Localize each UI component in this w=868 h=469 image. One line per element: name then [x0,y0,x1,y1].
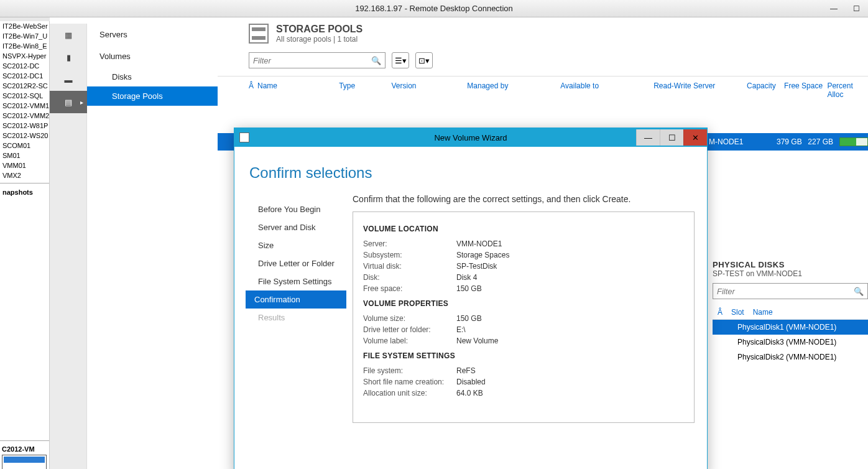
filter-placeholder: Filter [253,56,271,65]
rdp-titlebar: 192.168.1.97 - Remote Desktop Connection… [0,0,868,17]
physical-disks-subtitle: SP-TEST on VMM-NODE1 [713,269,868,278]
vm-list-item[interactable]: SC2012-DC1 [0,71,49,81]
section-volume-location: VOLUME LOCATION [363,225,684,233]
minimize-icon[interactable]: — [824,2,843,15]
maximize-button[interactable]: ☐ [660,129,683,146]
col-free[interactable]: Free Space [784,81,827,99]
step-results: Results [249,309,346,327]
sort-icon[interactable]: Â [249,81,254,99]
close-button[interactable]: ✕ [683,129,707,146]
minimize-button[interactable]: — [636,129,660,146]
chevron-right-icon: ▸ [80,99,83,106]
col-version[interactable]: Version [392,81,468,99]
vm-list-item[interactable]: SCOM01 [0,141,49,151]
nav-volumes[interactable]: Volumes [87,45,218,67]
step-drive-letter[interactable]: Drive Letter or Folder [249,254,346,272]
vm-list-item[interactable]: SC2012-DC [0,61,49,71]
task-thumb-label: C2012-VM [0,443,49,455]
physical-disk-row[interactable]: PhysicalDisk3 (VMM-NODE1) [713,335,868,350]
save-options-dropdown[interactable]: ⊡▾ [415,52,433,68]
vm-list-item[interactable]: SC2012R2-SC [0,81,49,91]
step-before-you-begin[interactable]: Before You Begin [249,200,346,218]
wizard-lead: Confirm that the following are the corre… [353,194,695,204]
col-capacity[interactable]: Capacity [747,81,784,99]
col-slot[interactable]: Slot [731,308,744,317]
section-volume-properties: VOLUME PROPERTIES [363,299,684,308]
col-type[interactable]: Type [339,81,391,99]
vm-list-item[interactable]: IT2Be-Win7_U [0,31,49,41]
vm-list-item[interactable]: SC2012-W81P [0,121,49,131]
vm-list-item[interactable]: IT2Be-Win8_E [0,41,49,51]
cell-cap: 379 GB [777,137,808,146]
new-volume-wizard: New Volume Wizard — ☐ ✕ Confirm selectio… [234,128,708,469]
physical-disk-row[interactable]: PhysicalDisk2 (VMM-NODE1) [713,350,868,365]
wizard-title: New Volume Wizard [434,133,507,142]
confirmation-box: VOLUME LOCATION Server:VMM-NODE1 Subsyst… [353,211,695,423]
vm-list-item[interactable]: SC2012-VMM1 [0,101,49,111]
capacity-bar [839,137,868,146]
icon-strip: ▦ ▮ ▬ ▤▸ [50,24,87,469]
search-icon[interactable]: 🔍 [371,56,381,65]
col-rw[interactable]: Read-Write Server [653,81,747,99]
dashboard-icon[interactable]: ▦ [50,24,87,46]
nav-disks[interactable]: Disks [87,67,218,86]
col-name[interactable]: Name [257,81,339,99]
cell-rw: M-NODE1 [709,137,777,146]
physical-disks-title: PHYSICAL DISKS [713,260,868,269]
col-available[interactable]: Available to [560,81,653,99]
step-confirmation[interactable]: Confirmation [246,290,346,309]
nav-servers[interactable]: Servers [87,24,218,45]
physical-disk-row[interactable]: PhysicalDisk1 (VMM-NODE1) [713,320,868,335]
physical-disks-filter[interactable]: Filter 🔍 [713,283,868,299]
file-services-icon[interactable]: ▤▸ [50,91,87,113]
page-title: STORAGE POOLS [276,24,362,35]
nav-storage-pools[interactable]: Storage Pools [87,86,218,106]
vm-list-item[interactable]: NSVPX-Hyper [0,51,49,61]
maximize-icon[interactable]: ☐ [847,2,866,15]
physical-disks-panel: PHYSICAL DISKS SP-TEST on VMM-NODE1 Filt… [713,260,868,365]
step-server-and-disk[interactable]: Server and Disk [249,218,346,236]
all-servers-icon[interactable]: ▬ [50,68,87,91]
task-thumbnail[interactable] [2,455,47,469]
vm-list-item[interactable]: SM01 [0,151,49,160]
remote-session: ▦ ▮ ▬ ▤▸ Servers Volumes Disks Storage P… [50,17,868,469]
vm-list-item[interactable]: IT2Be-WebSer [0,21,49,31]
view-options-dropdown[interactable]: ☰▾ [392,52,409,68]
vm-list-item[interactable]: SC2012-WS20 [0,131,49,141]
vm-list-item[interactable]: SC2012-SQL [0,91,49,101]
snapshots-label: napshots [0,186,49,198]
wizard-heading: Confirm selections [234,147,707,194]
rdp-title: 192.168.1.97 - Remote Desktop Connection [355,4,513,13]
col-managed[interactable]: Managed by [467,81,560,99]
search-icon[interactable]: 🔍 [854,287,864,296]
column-headers: Â Name Type Version Managed by Available… [218,76,868,99]
section-file-system: FILE SYSTEM SETTINGS [363,351,684,360]
vm-list-item[interactable]: SC2012-VMM2 [0,111,49,121]
sort-icon[interactable]: Â [718,308,723,317]
host-desktop-sliver: IT2Be-WebSerIT2Be-Win7_UIT2Be-Win8_ENSVP… [0,21,50,469]
col-percent-alloc[interactable]: Percent Alloc [827,81,868,99]
vm-list-item[interactable]: VMM01 [0,160,49,170]
cell-free: 227 GB [808,137,839,146]
filter-input[interactable]: Filter 🔍 [249,52,386,68]
col-name[interactable]: Name [753,308,773,317]
step-size[interactable]: Size [249,236,346,254]
nav-column: Servers Volumes Disks Storage Pools [87,24,218,469]
page-subtitle: All storage pools | 1 total [276,35,362,44]
vm-list-item[interactable]: VMX2 [0,170,49,180]
storage-pool-icon [249,24,269,44]
step-file-system[interactable]: File System Settings [249,272,346,290]
wizard-titlebar[interactable]: New Volume Wizard — ☐ ✕ [234,128,707,147]
local-server-icon[interactable]: ▮ [50,46,87,68]
wizard-icon [239,132,249,142]
wizard-steps: Before You Begin Server and Disk Size Dr… [234,194,346,469]
